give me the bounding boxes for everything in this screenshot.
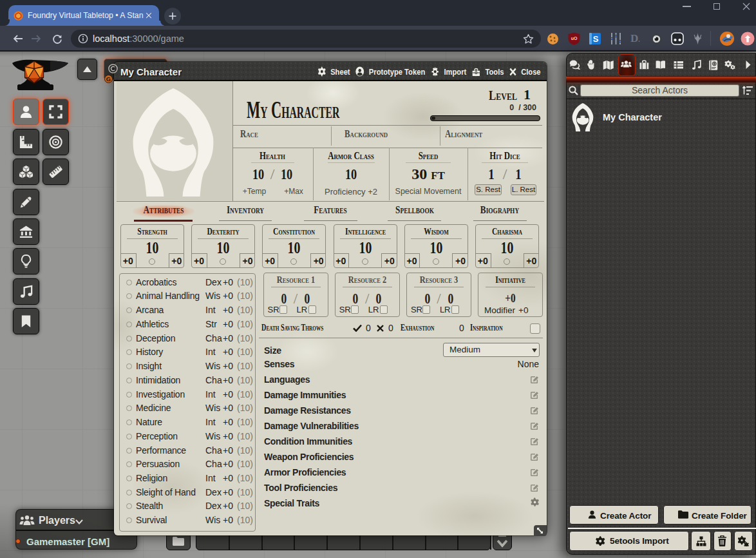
svg-text:uO: uO — [571, 36, 578, 41]
svg-text:S: S — [593, 34, 599, 44]
